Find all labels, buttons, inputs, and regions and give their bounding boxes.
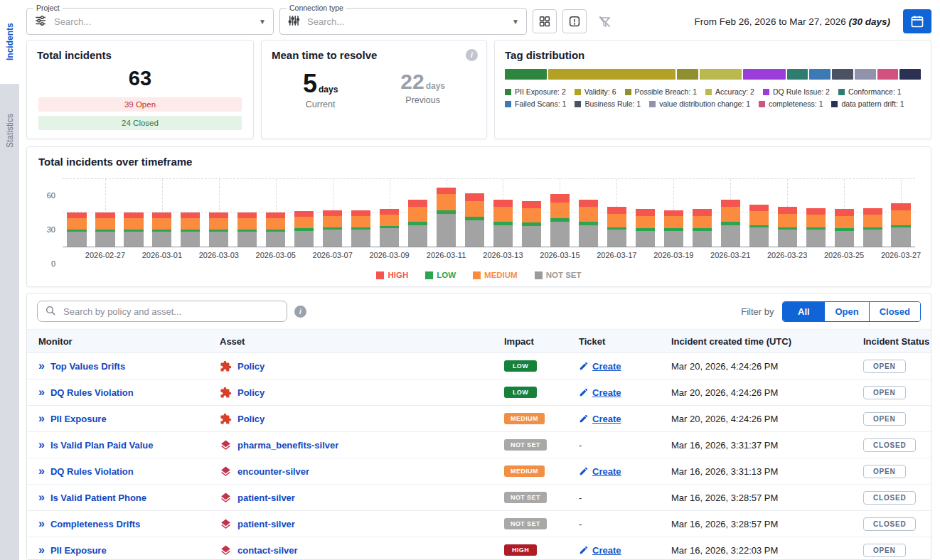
asset-link[interactable]: pharma_benefits-silver bbox=[237, 440, 338, 451]
chart-bar[interactable] bbox=[181, 212, 200, 247]
chart-x-label: 2026-03-21 bbox=[710, 251, 750, 259]
chart-x-label: 2026-03-03 bbox=[199, 251, 239, 259]
asset-link[interactable]: Policy bbox=[237, 387, 265, 398]
chart-bar[interactable] bbox=[550, 194, 570, 247]
impact-badge: LOW bbox=[504, 360, 537, 372]
chart-bar[interactable] bbox=[209, 212, 228, 247]
chart-bar-slot bbox=[574, 179, 602, 247]
chart-bar[interactable] bbox=[778, 207, 797, 247]
chart-bar-segment bbox=[67, 218, 86, 230]
chart-bar-segment bbox=[266, 218, 285, 230]
chart-bar-segment bbox=[835, 231, 854, 247]
chart-bar-segment bbox=[380, 215, 399, 226]
monitor-link[interactable]: DQ Rules Violation bbox=[50, 466, 134, 477]
created-time: Mar 16, 2026, 3:22:03 PM bbox=[671, 545, 863, 556]
asset-link[interactable]: patient-silver bbox=[237, 492, 295, 503]
tag-legend-label: Business Rule: 1 bbox=[584, 99, 641, 108]
chart-bar[interactable] bbox=[67, 212, 86, 247]
chart-bar[interactable] bbox=[465, 193, 484, 247]
filter-closed-button[interactable]: Closed bbox=[869, 302, 920, 321]
table-row: »DQ Rules ViolationPolicyLOWCreateMar 20… bbox=[27, 379, 931, 406]
chart-bar[interactable] bbox=[721, 200, 740, 247]
chart-bar[interactable] bbox=[380, 209, 399, 247]
tag-color-swatch bbox=[505, 89, 511, 95]
chevron-down-icon[interactable]: ▼ bbox=[259, 18, 266, 26]
chart-bar-segment bbox=[323, 210, 342, 216]
chart-bar-slot bbox=[801, 179, 830, 247]
monitor-link[interactable]: PII Exposure bbox=[50, 414, 107, 424]
chart-bar[interactable] bbox=[835, 209, 854, 247]
chart-bar[interactable] bbox=[607, 207, 626, 247]
monitor-link[interactable]: DQ Rules Violation bbox=[50, 387, 134, 398]
chart-x-label: 2026-03-25 bbox=[824, 251, 864, 259]
asset-link[interactable]: Policy bbox=[237, 361, 265, 372]
chart-bar[interactable] bbox=[408, 200, 427, 247]
chart-legend-item: MEDIUM bbox=[473, 271, 518, 279]
chart-bar[interactable] bbox=[437, 188, 456, 247]
grid-view-button[interactable] bbox=[533, 9, 557, 33]
chart-bar[interactable] bbox=[493, 200, 513, 247]
asset-link[interactable]: patient-silver bbox=[237, 519, 295, 529]
create-ticket-link[interactable]: Create bbox=[592, 387, 621, 398]
chevron-down-icon[interactable]: ▼ bbox=[512, 18, 519, 26]
legend-color-swatch bbox=[535, 271, 543, 279]
info-icon[interactable]: i bbox=[294, 306, 306, 318]
monitor-link[interactable]: Is Valid Plan Paid Value bbox=[50, 440, 154, 451]
policy-asset-search-input[interactable] bbox=[62, 306, 279, 318]
chart-bar[interactable] bbox=[95, 212, 114, 247]
chart-bar[interactable] bbox=[749, 205, 769, 247]
chart-x-label: 2026-03-01 bbox=[142, 251, 182, 259]
monitor-link[interactable]: PII Exposure bbox=[50, 545, 107, 556]
chart-bar[interactable] bbox=[351, 210, 370, 247]
create-ticket-link[interactable]: Create bbox=[592, 361, 621, 372]
filter-all-button[interactable]: All bbox=[783, 302, 824, 321]
chart-bar[interactable] bbox=[152, 212, 171, 247]
chart-bar[interactable] bbox=[693, 209, 712, 247]
alerts-button[interactable] bbox=[562, 9, 587, 33]
chart-bar[interactable] bbox=[891, 203, 910, 247]
clear-filters-button[interactable] bbox=[592, 9, 616, 33]
filter-open-button[interactable]: Open bbox=[824, 302, 868, 321]
column-header: Incident Status bbox=[863, 336, 931, 347]
chart-bar[interactable] bbox=[323, 210, 342, 247]
chart-bar[interactable] bbox=[806, 208, 826, 247]
policy-asset-search[interactable] bbox=[37, 301, 287, 322]
incidents-chart-plot bbox=[63, 179, 915, 247]
chart-bar[interactable] bbox=[237, 212, 257, 247]
chart-bar[interactable] bbox=[124, 212, 143, 247]
layers-icon bbox=[220, 465, 232, 478]
calendar-button[interactable] bbox=[903, 9, 931, 33]
chart-bar[interactable] bbox=[579, 200, 598, 247]
project-select[interactable]: Project ▼ bbox=[26, 8, 274, 35]
chart-bar-slot bbox=[659, 179, 688, 247]
chart-bar[interactable] bbox=[863, 208, 882, 247]
chart-bar[interactable] bbox=[522, 201, 541, 247]
info-icon[interactable]: i bbox=[466, 49, 478, 61]
chart-bar[interactable] bbox=[294, 211, 314, 247]
chart-bar-segment bbox=[607, 207, 626, 214]
asset-link[interactable]: encounter-silver bbox=[237, 466, 309, 477]
monitor-link[interactable]: Completeness Drifts bbox=[50, 519, 140, 529]
chart-x-label: 2026-03-27 bbox=[881, 251, 921, 259]
asset-link[interactable]: Policy bbox=[237, 414, 265, 424]
sidebar-tab-incidents[interactable]: Incidents bbox=[0, 0, 19, 84]
sidebar-tab-statistics[interactable]: Statistics bbox=[5, 94, 15, 168]
monitor-link[interactable]: Is Valid Patient Phone bbox=[50, 492, 146, 503]
chart-bar[interactable] bbox=[266, 212, 285, 247]
create-ticket-link[interactable]: Create bbox=[592, 414, 621, 424]
create-ticket-link[interactable]: Create bbox=[592, 545, 621, 556]
project-search-input[interactable] bbox=[53, 16, 253, 28]
chart-bar[interactable] bbox=[664, 210, 683, 247]
create-ticket-link[interactable]: Create bbox=[592, 466, 621, 477]
chart-y-label: 30 bbox=[47, 225, 55, 234]
connection-type-select[interactable]: Connection type ▼ bbox=[279, 8, 527, 35]
chart-legend-item: NOT SET bbox=[535, 271, 582, 279]
chart-bar-segment bbox=[891, 203, 910, 210]
asset-link[interactable]: contact-silver bbox=[237, 545, 298, 556]
double-chevron-icon: » bbox=[38, 360, 45, 372]
chart-bar-segment bbox=[181, 218, 200, 230]
connection-type-search-input[interactable] bbox=[306, 16, 506, 28]
chart-bar-segment bbox=[237, 212, 257, 218]
monitor-link[interactable]: Top Values Drifts bbox=[50, 361, 125, 372]
chart-bar[interactable] bbox=[636, 209, 655, 247]
